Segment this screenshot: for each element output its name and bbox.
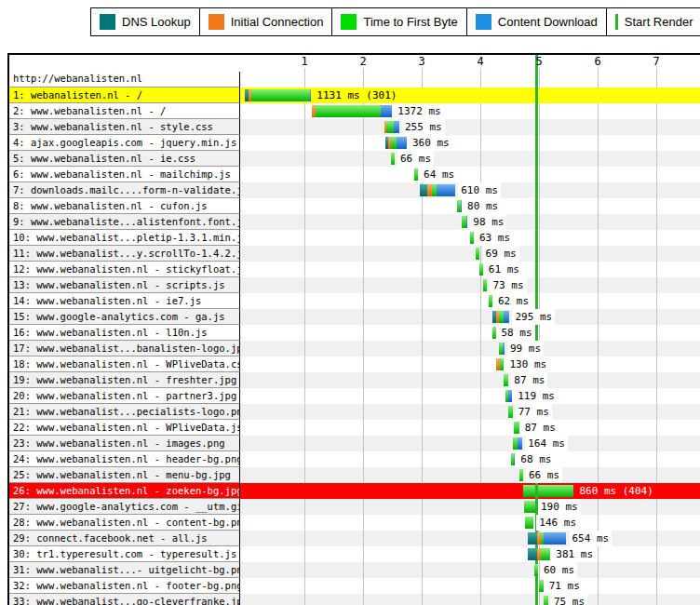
request-timeline-cell: 66 ms — [240, 467, 700, 483]
bar-segment-download — [461, 200, 462, 212]
request-timeline-cell: 381 ms — [240, 546, 700, 562]
axis-tick-label: 4 — [477, 56, 483, 68]
timing-label: 1372 ms — [395, 103, 443, 119]
legend-item-content-download: Content Download — [467, 8, 607, 35]
table-row: 1: webanalisten.nl - /1131 ms (301) — [9, 87, 700, 103]
request-timeline-cell: 1131 ms (301) — [240, 87, 700, 103]
waterfall-bar — [492, 311, 510, 323]
axis-tick-label: 6 — [594, 56, 600, 68]
request-timeline-cell: 69 ms — [240, 246, 700, 262]
axis-tick-label: 3 — [418, 56, 424, 68]
request-label: 20: www.webanalisten.nl - partner3.jpg — [9, 388, 240, 404]
bar-segment-ttfb — [386, 121, 394, 133]
request-label: 16: www.webanalisten.nl - l10n.js — [9, 325, 240, 341]
axis-tick-label: 7 — [653, 56, 659, 68]
table-row: 22: www.webanalisten.nl - WPliveData.js8… — [9, 420, 700, 436]
request-label: 6: www.webanalisten.nl - mailchimp.js — [9, 167, 240, 182]
waterfall-bar — [525, 517, 533, 529]
request-timeline-cell: 99 ms — [240, 341, 700, 356]
table-row: 32: www.webanalisten.nl - footer-bg.png7… — [9, 578, 700, 594]
timing-label: 66 ms — [397, 151, 434, 167]
request-timeline-cell: 130 ms — [240, 356, 700, 372]
timing-label: 190 ms — [538, 499, 581, 515]
timing-label: 360 ms — [410, 135, 452, 151]
request-timeline-cell: 654 ms — [240, 531, 700, 546]
request-label: 1: webanalisten.nl - / — [9, 87, 240, 103]
timing-label: 130 ms — [507, 356, 550, 372]
table-row: 15: www.google-analytics.com - ga.js295 … — [9, 309, 700, 325]
color-swatch-icon — [100, 14, 115, 30]
table-row: 21: www.webanalist...pecialists-logo.png… — [9, 404, 700, 420]
bar-segment-download — [437, 184, 455, 196]
line-swatch-icon — [615, 14, 618, 30]
waterfall-table: 1234567 http://webanalisten.nl 1: webana… — [7, 53, 700, 605]
timing-label: 62 ms — [495, 293, 532, 309]
page-url-row: http://webanalisten.nl — [9, 72, 700, 87]
request-label: 22: www.webanalisten.nl - WPliveData.js — [9, 420, 240, 436]
bar-segment-ttfb — [541, 548, 550, 560]
request-label: 7: downloads.mailc....form-n-validate.js — [9, 182, 240, 198]
request-timeline-cell: 64 ms — [240, 167, 700, 182]
waterfall-bar — [539, 580, 544, 592]
waterfall-bar — [479, 263, 483, 276]
bar-segment-ttfb — [524, 501, 535, 513]
table-row: 25: www.webanalisten.nl - menu-bg.jpg66 … — [9, 467, 700, 483]
table-row: 10: www.webanalist...pletip-1.3.1.min.js… — [9, 230, 700, 246]
request-label: 31: www.webanalist...- uitgelicht-bg.png — [9, 562, 240, 578]
table-row: 27: www.google-analytics.com - __utm.gif… — [9, 499, 700, 515]
timing-label: 1131 ms (301) — [314, 87, 399, 103]
request-label: 17: www.webanalist...banalisten-logo.jpg — [9, 341, 240, 356]
request-label: 8: www.webanalisten.nl - cufon.js — [9, 198, 240, 214]
table-row: 3: www.webanalisten.nl - style.css255 ms — [9, 119, 700, 135]
table-row: 18: www.webanalisten.nl - WPliveData.css… — [9, 356, 700, 372]
table-row: 7: downloads.mailc....form-n-validate.js… — [9, 182, 700, 198]
bar-segment-ttfb — [508, 406, 513, 418]
request-timeline-cell: 68 ms — [240, 451, 700, 467]
legend-item-initial-connection: Initial Connection — [200, 8, 333, 35]
waterfall-bar — [524, 501, 535, 513]
request-timeline-cell: 66 ms — [240, 151, 700, 167]
request-label: 10: www.webanalist...pletip-1.3.1.min.js — [9, 230, 240, 246]
color-swatch-icon — [341, 14, 357, 30]
waterfall-bar — [245, 89, 311, 101]
timing-label: 64 ms — [421, 167, 457, 182]
waterfall-bar — [534, 564, 538, 576]
request-timeline-cell: 360 ms — [240, 135, 700, 151]
timing-label: 99 ms — [507, 341, 544, 356]
legend-label: DNS Lookup — [122, 15, 191, 29]
waterfall-bar — [462, 216, 467, 228]
request-label: 19: www.webanalisten.nl - freshter.jpg — [9, 372, 240, 388]
request-timeline-cell: 1372 ms — [240, 103, 700, 119]
request-timeline-cell: 164 ms — [240, 436, 700, 451]
waterfall-bar — [420, 184, 455, 196]
request-label: 21: www.webanalist...pecialists-logo.png — [9, 404, 240, 420]
waterfall-bar — [544, 596, 548, 605]
bar-segment-ttfb — [414, 168, 418, 181]
request-label: 24: www.webanalisten.nl - header-bg.png — [9, 451, 240, 467]
timing-label: 73 ms — [490, 277, 526, 293]
legend-item-dns-lookup: DNS Lookup — [91, 8, 200, 35]
bar-segment-download — [310, 89, 312, 101]
waterfall-bar — [523, 485, 573, 497]
bar-segment-dns — [420, 184, 427, 196]
request-label: 32: www.webanalisten.nl - footer-bg.png — [9, 578, 240, 594]
table-row: 11: www.webanalist...y.scrollTo-1.4.2.js… — [9, 246, 700, 262]
bar-segment-dns — [528, 532, 537, 544]
color-swatch-icon — [209, 14, 224, 30]
request-label: 5: www.webanalisten.nl - ie.css — [9, 151, 240, 167]
request-timeline-cell: 58 ms — [240, 325, 700, 341]
bar-segment-ttfb — [514, 422, 519, 434]
table-row: 30: tr1.typeresult.com - typeresult.js38… — [9, 546, 700, 562]
request-timeline-cell: 75 ms — [240, 594, 700, 605]
timing-label: 164 ms — [525, 436, 568, 451]
waterfall-bar — [476, 248, 479, 260]
table-row: 31: www.webanalist...- uitgelicht-bg.png… — [9, 562, 700, 578]
table-row: 19: www.webanalisten.nl - freshter.jpg87… — [9, 372, 700, 388]
bar-segment-ttfb — [391, 153, 395, 165]
bar-segment-ttfb — [525, 517, 533, 529]
bar-segment-ttfb — [483, 279, 488, 291]
bar-segment-download — [504, 311, 509, 323]
table-row: 8: www.webanalisten.nl - cufon.js80 ms — [9, 198, 700, 214]
waterfall-bar — [414, 168, 418, 181]
request-label: 2: www.webanalisten.nl - / — [9, 103, 240, 119]
